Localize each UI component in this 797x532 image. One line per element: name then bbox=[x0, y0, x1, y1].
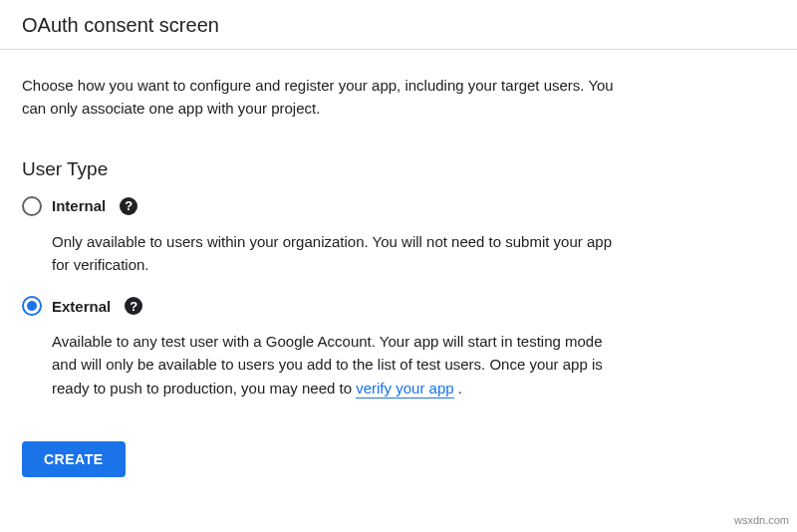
help-icon[interactable]: ? bbox=[120, 197, 137, 215]
page-title: OAuth consent screen bbox=[22, 14, 775, 37]
radio-label-internal: Internal bbox=[52, 197, 106, 214]
radio-external[interactable] bbox=[22, 296, 42, 316]
radio-label-external: External bbox=[52, 298, 111, 315]
page-header: OAuth consent screen bbox=[0, 0, 797, 50]
watermark: wsxdn.com bbox=[734, 514, 789, 526]
intro-text: Choose how you want to configure and reg… bbox=[22, 74, 640, 121]
description-external: Available to any test user with a Google… bbox=[52, 330, 630, 399]
main-content: Choose how you want to configure and reg… bbox=[0, 50, 797, 501]
help-icon[interactable]: ? bbox=[125, 297, 142, 315]
verify-your-app-link[interactable]: verify your app bbox=[356, 380, 453, 399]
user-type-radio-group: Internal ? Only available to users withi… bbox=[22, 196, 775, 399]
create-button[interactable]: CREATE bbox=[22, 441, 126, 477]
radio-row-external[interactable]: External ? bbox=[22, 296, 775, 316]
radio-option-internal: Internal ? Only available to users withi… bbox=[22, 196, 775, 277]
description-internal: Only available to users within your orga… bbox=[52, 230, 630, 277]
section-title-user-type: User Type bbox=[22, 158, 775, 180]
description-external-post: . bbox=[454, 380, 462, 397]
radio-internal[interactable] bbox=[22, 196, 42, 216]
description-external-pre: Available to any test user with a Google… bbox=[52, 333, 603, 397]
radio-row-internal[interactable]: Internal ? bbox=[22, 196, 775, 216]
radio-option-external: External ? Available to any test user wi… bbox=[22, 296, 775, 399]
